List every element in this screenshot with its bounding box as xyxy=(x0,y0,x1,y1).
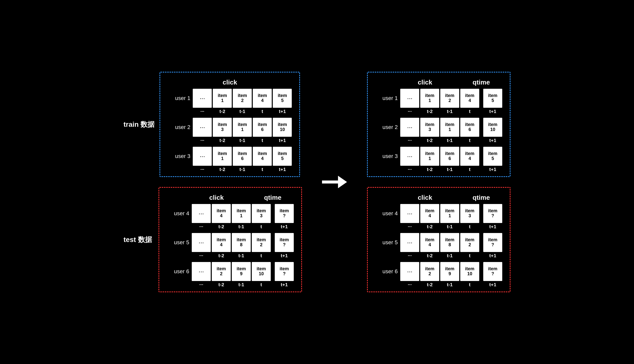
item-box: item6 xyxy=(440,147,459,166)
time-label: t-2 xyxy=(212,253,231,258)
user-row-1-r: user 1 ··· item1 item2 item4 item5 xyxy=(375,89,502,108)
item-box: item4 xyxy=(460,89,479,108)
train-label: train 数据 xyxy=(124,120,154,129)
user-3-label: user 3 xyxy=(375,153,398,160)
item-box: item1 xyxy=(440,204,459,223)
item-box: item1 xyxy=(232,204,251,223)
user-row-3-r: user 3 ··· item1 item6 item4 item5 xyxy=(375,147,502,166)
user-row-4: user 4 ··· item4 item1 item3 item? xyxy=(167,204,294,223)
time-row-6: ··· t-2 t-1 t t+1 xyxy=(167,282,294,288)
qtime-item: item? xyxy=(483,262,502,281)
time-label: t-2 xyxy=(420,224,439,230)
time-label: ··· xyxy=(400,282,419,288)
item-box: item4 xyxy=(253,147,272,166)
time-label: t+1 xyxy=(483,282,502,288)
user-3-items: ··· item1 item6 item4 item5 xyxy=(193,147,292,166)
time-label: t+1 xyxy=(273,109,292,114)
time-label: t+1 xyxy=(483,138,502,143)
time-label: t+1 xyxy=(275,282,294,288)
train-section-left: train 数据 click user 1 ··· item1 item2 it… xyxy=(124,72,302,177)
time-label: t-2 xyxy=(213,109,232,114)
user-2-items: ··· item3 item1 item6 item10 xyxy=(193,118,292,137)
arrow-icon xyxy=(322,176,347,188)
item-ellipsis: ··· xyxy=(192,262,211,281)
time-label: t+1 xyxy=(275,224,294,230)
item-box: item10 xyxy=(273,118,292,137)
user-5-label: user 5 xyxy=(167,239,189,246)
item-box: item4 xyxy=(212,233,231,252)
user-row-6-r: user 6 ··· item2 item9 item10 item? xyxy=(375,262,502,281)
item-ellipsis: ··· xyxy=(192,204,211,223)
item-box: item5 xyxy=(273,147,292,166)
time-label: t-1 xyxy=(233,167,252,172)
item-box: item10 xyxy=(460,262,479,281)
item-box: item6 xyxy=(233,147,252,166)
time-label: t-1 xyxy=(232,253,251,258)
item-box: item2 xyxy=(440,89,459,108)
user-1-label: user 1 xyxy=(375,95,398,102)
left-column: train 数据 click user 1 ··· item1 item2 it… xyxy=(124,72,302,292)
click-header: click xyxy=(187,78,272,86)
time-label: t-1 xyxy=(440,138,459,143)
item-box: item2 xyxy=(420,262,439,281)
user-6-items: ··· item2 item9 item10 xyxy=(400,262,479,281)
main-container: train 数据 click user 1 ··· item1 item2 it… xyxy=(114,62,520,302)
item-ellipsis: ··· xyxy=(400,262,419,281)
time-label: ··· xyxy=(192,282,211,288)
time-label: t+1 xyxy=(273,138,292,143)
user-row-3: user 3 ··· item1 item6 item4 item5 xyxy=(168,147,292,166)
train-panel-left-header: click xyxy=(168,78,292,86)
train-panel-right: click qtime user 1 ··· item1 item2 item4… xyxy=(367,72,510,177)
item-ellipsis: ··· xyxy=(400,147,419,166)
item-box: item3 xyxy=(420,118,439,137)
train-panel-left: click user 1 ··· item1 item2 item4 item5 xyxy=(160,72,300,177)
arrow-container xyxy=(322,176,347,188)
qtime-header: qtime xyxy=(468,78,495,86)
user-5-items: ··· item4 item8 item2 xyxy=(192,233,271,252)
user-row-6: user 6 ··· item2 item9 item10 item? xyxy=(167,262,294,281)
time-label: t-1 xyxy=(232,224,251,230)
item-box: item1 xyxy=(440,118,459,137)
time-row-1: ··· t-2 t-1 t t+1 xyxy=(168,109,292,114)
time-label: t-2 xyxy=(213,167,232,172)
time-label: t+1 xyxy=(483,253,502,258)
time-label: t+1 xyxy=(483,167,502,172)
test-panel-right-header: click qtime xyxy=(375,194,502,202)
time-label: t xyxy=(252,253,271,258)
qtime-item: item5 xyxy=(483,147,502,166)
user-5-label: user 5 xyxy=(375,239,398,246)
test-section-right: click qtime user 4 ··· item4 item1 item3… xyxy=(367,187,510,292)
time-label: ··· xyxy=(193,167,212,172)
item-box: item1 xyxy=(213,147,232,166)
item-box: item3 xyxy=(252,204,271,223)
item-box: item3 xyxy=(460,204,479,223)
time-label: t-1 xyxy=(440,253,459,258)
time-label: t-1 xyxy=(440,109,459,114)
item-box: item8 xyxy=(440,233,459,252)
time-label: t-2 xyxy=(420,138,439,143)
time-label: t xyxy=(460,167,479,172)
user-6-label: user 6 xyxy=(375,268,398,275)
item-box: item6 xyxy=(460,118,479,137)
item-box: item1 xyxy=(213,89,232,108)
item-ellipsis: ··· xyxy=(400,118,419,137)
train-panel-right-header: click qtime xyxy=(375,78,502,86)
time-label: t-2 xyxy=(420,109,439,114)
time-label: t-2 xyxy=(212,282,231,288)
time-label: ··· xyxy=(400,253,419,258)
item-box: item10 xyxy=(252,262,271,281)
time-label: ··· xyxy=(400,109,419,114)
test-panel-left: click qtime user 4 ··· item4 item1 item3… xyxy=(158,187,302,292)
time-label: ··· xyxy=(192,253,211,258)
time-row-1-r: ··· t-2 t-1 t t+1 xyxy=(375,109,502,114)
time-label: t-1 xyxy=(233,109,252,114)
time-labels: ··· t-2 t-1 t t+1 xyxy=(193,109,292,114)
item-ellipsis: ··· xyxy=(193,89,212,108)
item-ellipsis: ··· xyxy=(193,147,212,166)
item-box: item9 xyxy=(440,262,459,281)
user-row-5: user 5 ··· item4 item8 item2 item? xyxy=(167,233,294,252)
time-label: t xyxy=(460,282,479,288)
user-row-5-r: user 5 ··· item4 item8 item2 item? xyxy=(375,233,502,252)
user-row-1: user 1 ··· item1 item2 item4 item5 xyxy=(168,89,292,108)
user-4-label: user 4 xyxy=(167,210,189,217)
